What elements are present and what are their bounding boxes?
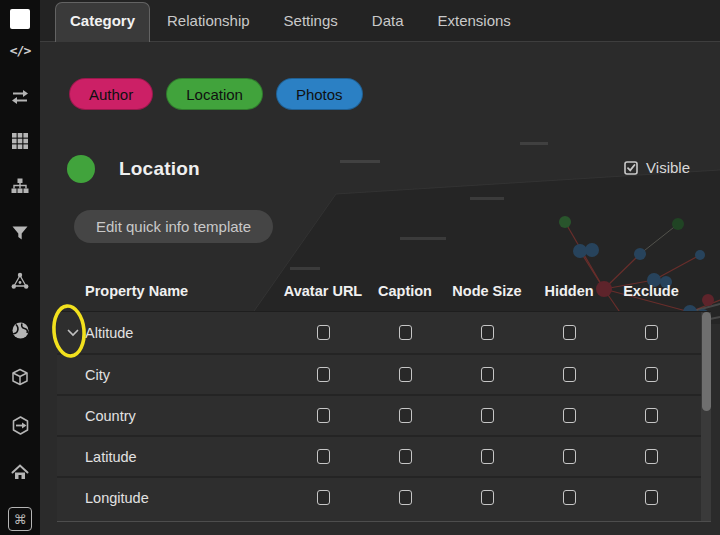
category-pills: Author Location Photos	[69, 78, 363, 110]
checkbox-country-hidden[interactable]	[563, 408, 576, 423]
checkbox-country-node-size[interactable]	[481, 408, 494, 423]
checkbox-altitude-node-size[interactable]	[481, 325, 494, 340]
checked-checkbox-icon	[624, 161, 638, 175]
property-name: Country	[57, 408, 282, 424]
network-triangle-icon[interactable]	[0, 269, 40, 293]
category-color-dot[interactable]	[67, 155, 95, 183]
checkbox-latitude-hidden[interactable]	[563, 449, 576, 464]
checkbox-city-avatar-url[interactable]	[317, 367, 330, 382]
table-row-city: City	[57, 353, 711, 394]
checkbox-country-avatar-url[interactable]	[317, 408, 330, 423]
property-name: Longitude	[57, 490, 282, 506]
checkbox-longitude-avatar-url[interactable]	[317, 490, 330, 505]
icon-sidebar: </> ⌘	[0, 0, 40, 535]
checkbox-latitude-avatar-url[interactable]	[317, 449, 330, 464]
checkbox-longitude-caption[interactable]	[399, 490, 412, 505]
column-header-node-size: Node Size	[446, 283, 528, 299]
checkbox-city-caption[interactable]	[399, 367, 412, 382]
checkbox-latitude-exclude[interactable]	[645, 449, 658, 464]
checkbox-country-exclude[interactable]	[645, 408, 658, 423]
table-scrollbar-thumb[interactable]	[702, 312, 711, 411]
tab-relationship[interactable]: Relationship	[167, 12, 250, 41]
altitude-expand-chevron-icon[interactable]	[66, 326, 80, 340]
tab-category[interactable]: Category	[55, 2, 150, 42]
table-row-altitude: Altitude	[57, 312, 711, 353]
checkbox-longitude-hidden[interactable]	[563, 490, 576, 505]
column-header-avatar-url: Avatar URL	[282, 283, 364, 299]
checkbox-altitude-caption[interactable]	[399, 325, 412, 340]
column-header-caption: Caption	[364, 283, 446, 299]
sitemap-icon[interactable]	[0, 174, 40, 198]
table-row-longitude: Longitude	[57, 476, 711, 517]
main-panel: Category Relationship Settings Data Exte…	[40, 0, 720, 535]
checkbox-country-caption[interactable]	[399, 408, 412, 423]
table-row-country: Country	[57, 394, 711, 435]
checkbox-longitude-node-size[interactable]	[481, 490, 494, 505]
checkbox-city-exclude[interactable]	[645, 367, 658, 382]
table-header-row: Property Name Avatar URL Caption Node Si…	[57, 270, 711, 311]
checkbox-city-hidden[interactable]	[563, 367, 576, 382]
tab-settings[interactable]: Settings	[284, 12, 338, 41]
globe-icon[interactable]	[0, 318, 40, 342]
checkbox-altitude-exclude[interactable]	[645, 325, 658, 340]
checkbox-latitude-caption[interactable]	[399, 449, 412, 464]
tab-data[interactable]: Data	[372, 12, 404, 41]
tab-extensions[interactable]: Extensions	[437, 12, 510, 41]
property-name: City	[57, 367, 282, 383]
checkbox-city-node-size[interactable]	[481, 367, 494, 382]
command-icon[interactable]: ⌘	[0, 507, 40, 531]
pill-author[interactable]: Author	[69, 78, 153, 110]
tab-bar: Category Relationship Settings Data Exte…	[40, 0, 720, 42]
table-body: Altitude City	[57, 311, 711, 522]
filter-icon[interactable]	[0, 221, 40, 245]
checkbox-altitude-hidden[interactable]	[563, 325, 576, 340]
white-square-icon[interactable]	[0, 7, 40, 31]
section-header: Location Visible	[67, 155, 690, 183]
checkbox-longitude-exclude[interactable]	[645, 490, 658, 505]
edit-quick-info-template-button[interactable]: Edit quick info template	[74, 210, 273, 243]
pill-photos[interactable]: Photos	[276, 78, 363, 110]
visible-label: Visible	[646, 159, 690, 176]
column-header-property-name: Property Name	[57, 283, 282, 299]
property-name: Latitude	[57, 449, 282, 465]
grid-icon[interactable]	[0, 129, 40, 153]
code-icon[interactable]: </>	[0, 38, 40, 62]
cube-icon[interactable]	[0, 365, 40, 389]
checkbox-altitude-avatar-url[interactable]	[317, 325, 330, 340]
visible-toggle[interactable]: Visible	[624, 159, 690, 176]
home-icon[interactable]	[0, 460, 40, 484]
swap-arrows-icon[interactable]	[0, 85, 40, 109]
hexagon-export-icon[interactable]	[0, 413, 40, 437]
column-header-exclude: Exclude	[610, 283, 692, 299]
property-table: Property Name Avatar URL Caption Node Si…	[57, 270, 711, 522]
section-title: Location	[119, 158, 200, 180]
column-header-hidden: Hidden	[528, 283, 610, 299]
checkbox-latitude-node-size[interactable]	[481, 449, 494, 464]
category-content: Author Location Photos Location Visible …	[40, 42, 720, 535]
pill-location[interactable]: Location	[166, 78, 263, 110]
table-scrollbar-track[interactable]	[701, 312, 711, 521]
table-row-latitude: Latitude	[57, 435, 711, 476]
property-name: Altitude	[57, 325, 282, 341]
